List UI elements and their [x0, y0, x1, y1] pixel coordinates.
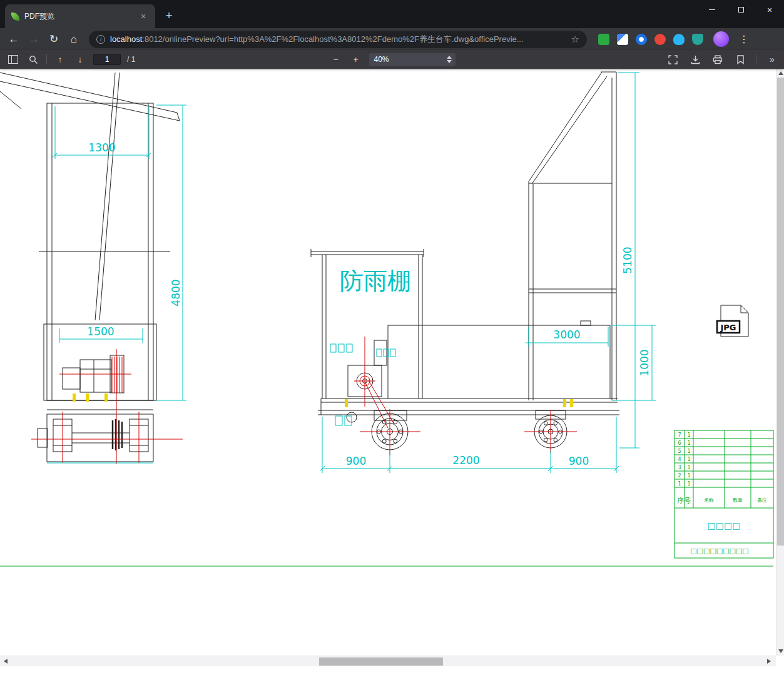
pdf-page-content: 1300 4800 1500 [0, 69, 784, 675]
title-block: 7 6 5 4 3 2 1 1 1 1 1 1 1 1 序号 名称 数量 备注 … [675, 430, 773, 558]
scroll-left-arrow[interactable] [1, 657, 9, 666]
page-down-icon[interactable]: ↓ [73, 53, 87, 66]
bom-row-qty: 1 [687, 440, 690, 446]
back-icon[interactable]: ← [5, 31, 23, 48]
front-view-drawing: 1300 4800 1500 [0, 73, 186, 464]
bom-row-no: 6 [678, 440, 681, 446]
page-total-label: / 1 [127, 55, 135, 64]
close-button[interactable]: × [755, 0, 784, 19]
bom-row-no: 4 [678, 457, 681, 462]
zoom-out-icon[interactable]: − [329, 53, 343, 66]
page-up-icon[interactable]: ↑ [53, 53, 67, 66]
zoom-level-value: 40% [374, 55, 389, 64]
title-block-bottom-text: □□□□□□□□□ [690, 547, 749, 555]
bom-row-qty: 1 [687, 481, 690, 487]
bom-row-qty: 1 [687, 457, 690, 462]
select-spinner-icon [447, 56, 452, 63]
scroll-right-arrow[interactable] [765, 657, 773, 666]
dim-label-900-right: 900 [569, 455, 589, 467]
bom-row-no: 5 [678, 449, 681, 454]
url-path: :8012/onlinePreview?url=http%3A%2F%2Floc… [142, 34, 523, 44]
url-bar[interactable]: i localhost:8012/onlinePreview?url=http%… [89, 31, 587, 48]
search-icon[interactable] [26, 53, 40, 66]
new-tab-button[interactable]: + [161, 9, 176, 23]
jpg-file-icon: JPG [717, 305, 748, 337]
minimize-icon [709, 9, 715, 10]
print-icon[interactable] [711, 53, 725, 66]
home-icon[interactable]: ⌂ [65, 31, 83, 48]
page-info-icon[interactable]: i [96, 35, 105, 44]
spring-leaf-favicon [11, 13, 19, 21]
browser-menu-icon[interactable]: ⋮ [736, 33, 751, 45]
extension-icon-3[interactable] [636, 34, 647, 45]
dim-label-2200: 2200 [452, 454, 479, 467]
pdf-viewer-toolbar: ↑ ↓ / 1 − + 40% » [0, 50, 784, 69]
tab-close-icon[interactable]: × [138, 11, 149, 22]
tab-title: PDF预览 [24, 11, 133, 22]
extension-icon-2[interactable] [617, 34, 628, 45]
cad-drawing-page: 1300 4800 1500 [0, 69, 776, 656]
browser-tab[interactable]: PDF预览 × [5, 4, 155, 28]
url-host: localhost [110, 34, 142, 44]
bom-header-remark: 备注 [757, 497, 767, 503]
bom-row-qty: 1 [687, 432, 690, 438]
toolbar-right-group: » [666, 53, 779, 66]
profile-avatar[interactable] [713, 31, 729, 47]
extensions-row [598, 34, 703, 45]
extension-icon-5[interactable] [673, 34, 685, 45]
toolbar-zoom-group: − + 40% [329, 53, 456, 66]
toolbar-left-group: ↑ ↓ / 1 [0, 53, 135, 66]
zoom-level-select[interactable]: 40% [369, 53, 456, 66]
bom-row-qty: 1 [687, 473, 690, 479]
extension-icon-1[interactable] [598, 34, 609, 45]
window-controls: × [698, 0, 784, 19]
fullscreen-icon[interactable] [666, 53, 680, 66]
bom-row-no: 2 [678, 473, 681, 479]
zoom-in-icon[interactable]: + [349, 53, 363, 66]
bom-row-qty: 1 [687, 449, 690, 454]
extension-icon-4[interactable] [654, 34, 666, 45]
bom-row-no: 3 [678, 465, 681, 470]
toolbar-divider [46, 54, 47, 64]
maximize-icon [738, 7, 744, 13]
horizontal-scrollbar[interactable] [0, 656, 776, 666]
download-icon[interactable] [688, 53, 702, 66]
forward-icon[interactable]: → [25, 31, 43, 48]
bom-header-qty: 数量 [733, 497, 743, 503]
title-block-center-text: □□□□ [708, 520, 741, 530]
reload-icon[interactable]: ↻ [45, 31, 63, 48]
more-tools-icon[interactable]: » [765, 53, 779, 66]
browser-titlebar: PDF预览 × + × [0, 0, 784, 28]
vertical-scrollbar[interactable] [776, 69, 784, 656]
jpg-icon-label: JPG [720, 323, 736, 332]
dim-label-900-left: 900 [346, 455, 366, 467]
bom-row-no: 1 [678, 481, 681, 487]
vertical-scrollbar-thumb[interactable] [777, 78, 784, 546]
bookmark-icon[interactable] [733, 53, 747, 66]
dim-label-4800: 4800 [170, 279, 182, 306]
maximize-button[interactable] [726, 0, 755, 19]
minimize-button[interactable] [698, 0, 726, 19]
toolbar-divider [756, 54, 756, 64]
dim-label-5100: 5100 [621, 246, 634, 273]
bookmark-star-icon[interactable]: ☆ [571, 34, 579, 45]
canopy-label: 防雨棚 [340, 267, 411, 295]
extension-icon-6[interactable] [692, 34, 703, 45]
bom-row-qty: 1 [687, 465, 690, 470]
sidebar-toggle-icon[interactable] [6, 53, 20, 66]
dim-label-1300: 1300 [88, 141, 115, 154]
scroll-up-arrow[interactable] [776, 69, 784, 78]
dim-label-3000: 3000 [553, 328, 580, 341]
page-number-input[interactable] [93, 54, 121, 65]
bom-header-name: 名称 [704, 497, 714, 503]
browser-navbar: ← → ↻ ⌂ i localhost:8012/onlinePreview?u… [0, 28, 784, 50]
horizontal-scrollbar-thumb[interactable] [319, 657, 443, 666]
bom-header-serial: 序号 [677, 497, 691, 505]
bom-row-no: 7 [678, 432, 681, 438]
dim-label-1500: 1500 [87, 325, 114, 338]
side-view-drawing: 防雨棚 3000 1000 5100 900 2200 900 [311, 72, 656, 473]
scroll-down-arrow[interactable] [776, 647, 784, 656]
dim-label-1000: 1000 [638, 349, 651, 376]
url-text: localhost:8012/onlinePreview?url=http%3A… [110, 34, 566, 45]
